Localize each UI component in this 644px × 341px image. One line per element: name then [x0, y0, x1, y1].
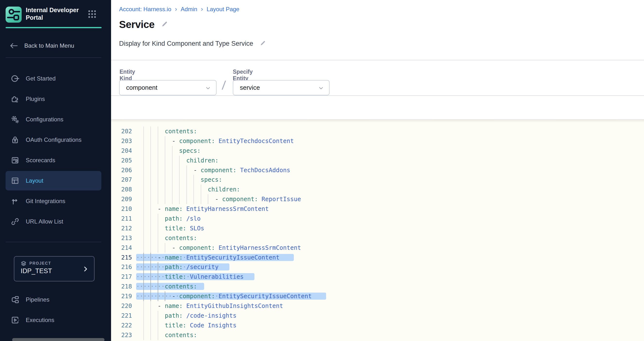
sidebar-item-label: Get Started	[26, 75, 56, 82]
line-number: 212	[111, 223, 132, 233]
code-line[interactable]: 213 contents:	[111, 233, 644, 243]
code-line[interactable]: 210 - name: EntityHarnessSrmContent	[111, 204, 644, 214]
indent-guide	[158, 127, 158, 136]
indent-guide	[165, 165, 165, 175]
indent-guide	[172, 146, 172, 156]
breadcrumb-layout-page-link[interactable]: Layout Page	[206, 6, 239, 13]
indent-guide	[144, 175, 144, 185]
layers-icon	[21, 260, 26, 266]
code-text: - name: EntityHarnessSrmContent	[136, 204, 269, 214]
executions-icon	[11, 316, 20, 324]
indent-guide	[186, 185, 187, 194]
code-line[interactable]: 205 children:	[111, 156, 644, 165]
code-line[interactable]: 223 contents:	[111, 330, 644, 340]
line-number: 209	[111, 194, 132, 204]
code-line[interactable]: 209 - component: ReportIssue	[111, 194, 644, 204]
indent-guide	[179, 165, 180, 175]
indent-guide	[144, 194, 144, 204]
code-line[interactable]: 212 title: SLOs	[111, 223, 644, 233]
code-text: title: Code Insights	[136, 320, 236, 330]
code-line[interactable]: 215······-·name:·EntitySecurityIssueCont…	[111, 253, 644, 262]
code-line[interactable]: 211 path: /slo	[111, 214, 644, 223]
indent-guide	[165, 243, 165, 253]
indent-guide	[179, 175, 180, 185]
sidebar-item-oauth-configurations[interactable]: OAuth Configurations	[0, 130, 111, 150]
code-line[interactable]: 202 contents:	[111, 127, 644, 136]
line-number: 214	[111, 243, 132, 253]
indent-guide	[158, 165, 158, 175]
sidebar-item-layout[interactable]: Layout	[0, 171, 111, 191]
entity-type-value: service	[240, 84, 260, 92]
horizontal-scrollbar-thumb[interactable]	[12, 338, 104, 341]
code-line[interactable]: 216········path:·/security	[111, 262, 644, 272]
indent-guide	[144, 330, 144, 340]
indent-guide	[150, 253, 151, 262]
breadcrumb-account-link[interactable]: Account: Harness.io	[119, 6, 171, 13]
indent-guide	[158, 320, 158, 330]
entity-kind-select[interactable]: component	[119, 80, 216, 95]
indent-guide	[158, 223, 158, 233]
code-line[interactable]: 207 specs:	[111, 175, 644, 185]
line-number: 222	[111, 320, 132, 330]
back-to-main-menu[interactable]: Back to Main Menu	[0, 40, 111, 52]
code-line[interactable]: 214 - component: EntityHarnessSrmContent	[111, 243, 644, 253]
sidebar-nav: Get Started Plugins	[0, 68, 111, 232]
breadcrumb-separator: ›	[175, 5, 177, 13]
code-line[interactable]: 217········title:·Vulnerabilities	[111, 272, 644, 282]
code-text: - name: EntityGithubInsightsContent	[136, 301, 283, 311]
sidebar-item-label: Plugins	[26, 96, 45, 102]
code-line[interactable]: 204 specs:	[111, 146, 644, 156]
indent-guide	[158, 194, 158, 204]
layout-icon	[11, 176, 20, 185]
indent-guide	[186, 175, 187, 185]
indent-guide	[144, 214, 144, 223]
sidebar-item-configurations[interactable]: Configurations	[0, 109, 111, 130]
divider	[6, 57, 101, 58]
edit-subtitle-pencil-icon[interactable]	[260, 40, 266, 48]
line-number: 219	[111, 291, 132, 301]
yaml-code-editor[interactable]: 202 contents:203 - component: EntityTech…	[111, 119, 644, 341]
indent-guide	[144, 165, 144, 175]
indent-guide	[179, 194, 180, 204]
line-number: 220	[111, 301, 132, 311]
code-line[interactable]: 219··········-·component:·EntitySecurity…	[111, 291, 644, 301]
indent-guide	[172, 175, 172, 185]
indent-guide	[150, 156, 151, 165]
indent-guide	[194, 194, 194, 204]
sidebar-item-pipelines[interactable]: Pipelines	[0, 289, 111, 310]
code-line[interactable]: 218········contents:	[111, 282, 644, 291]
line-number: 205	[111, 156, 132, 165]
indent-guide	[150, 214, 151, 223]
sidebar-item-scorecards[interactable]: Scorecards	[0, 150, 111, 171]
indent-guide	[165, 175, 165, 185]
code-text: - component: EntityHarnessSrmContent	[136, 243, 301, 253]
breadcrumb-admin-link[interactable]: Admin	[180, 6, 197, 13]
line-number: 203	[111, 136, 132, 146]
code-line[interactable]: 208 children:	[111, 185, 644, 194]
sidebar-item-executions[interactable]: Executions	[0, 310, 111, 330]
project-name: IDP_TEST	[21, 267, 52, 275]
sidebar-item-get-started[interactable]: Get Started	[0, 68, 111, 89]
app-logo[interactable]	[6, 7, 22, 23]
indent-guide	[150, 320, 151, 330]
code-line[interactable]: 221 path: /code-insights	[111, 311, 644, 320]
code-line[interactable]: 206 - component: TechDocsAddons	[111, 165, 644, 175]
sidebar-item-label: Git Integrations	[26, 198, 65, 205]
accent-divider	[6, 27, 102, 28]
edit-title-pencil-icon[interactable]	[161, 21, 168, 29]
indent-guide	[172, 194, 172, 204]
apps-grid-icon[interactable]	[88, 10, 96, 19]
code-line[interactable]: 222 title: Code Insights	[111, 320, 644, 330]
project-selector[interactable]: PROJECT IDP_TEST	[14, 256, 94, 281]
code-text: - component: TechDocsAddons	[136, 165, 290, 175]
code-line[interactable]: 220 - name: EntityGithubInsightsContent	[111, 301, 644, 311]
pipelines-icon	[11, 295, 20, 304]
sidebar-item-plugins[interactable]: Plugins	[0, 89, 111, 109]
code-line[interactable]: 203 - component: EntityTechdocsContent	[111, 136, 644, 146]
indent-guide	[165, 136, 165, 146]
line-number: 207	[111, 175, 132, 185]
sidebar-item-url-allow-list[interactable]: URL Allow List	[0, 211, 111, 232]
chevron-down-icon	[318, 85, 324, 92]
sidebar-item-git-integrations[interactable]: Git Integrations	[0, 191, 111, 211]
entity-type-select[interactable]: service	[233, 80, 330, 95]
